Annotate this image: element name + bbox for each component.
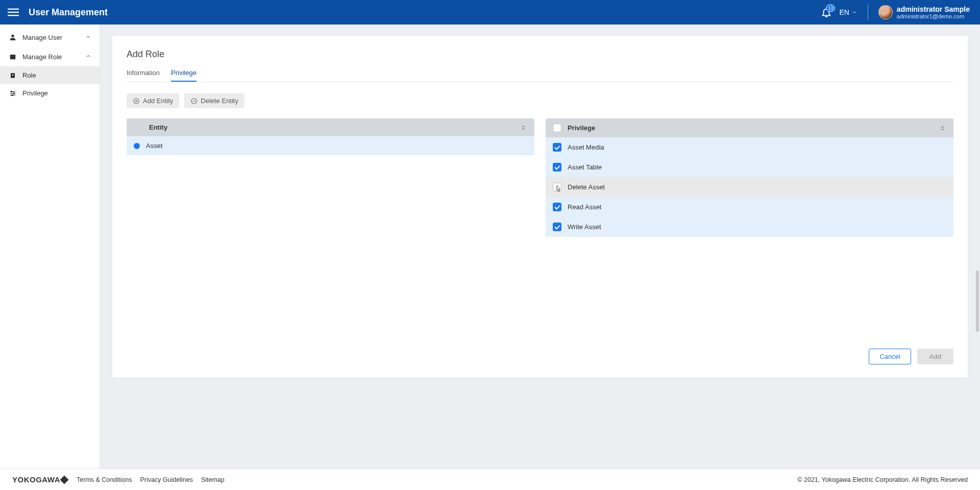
avatar: [878, 5, 893, 19]
privilege-row[interactable]: Write Asset: [546, 217, 953, 237]
scrollbar-thumb[interactable]: [976, 271, 979, 332]
topbar: User Management 13 EN administrator Samp…: [0, 0, 980, 24]
sidebar-item-label: Role: [22, 71, 36, 79]
svg-rect-1: [8, 12, 19, 13]
footer: YOKOGAWA Terms & Conditions Privacy Guid…: [0, 469, 980, 490]
notification-badge: 13: [826, 5, 835, 12]
notifications-button[interactable]: 13: [821, 7, 832, 18]
privilege-label: Write Asset: [568, 223, 601, 231]
user-name: administrator Sample: [897, 5, 970, 13]
privilege-label: Read Asset: [568, 203, 602, 211]
user-email: administrator1@demo.com: [897, 13, 970, 20]
privilege-checkbox[interactable]: [553, 163, 561, 172]
entity-table: Entity Asset: [127, 118, 534, 155]
privilege-label: Asset Media: [568, 143, 604, 151]
column-header-label: Privilege: [568, 124, 595, 132]
chevron-down-icon: [851, 9, 857, 15]
privilege-table-header[interactable]: Privilege: [546, 118, 953, 137]
privilege-checkbox[interactable]: [553, 143, 561, 152]
language-label: EN: [839, 8, 849, 16]
language-selector[interactable]: EN: [839, 8, 857, 16]
sidebar-subitem-privilege[interactable]: Privilege: [0, 84, 100, 102]
svg-rect-2: [8, 15, 19, 16]
page-title: User Management: [29, 7, 108, 18]
privilege-row[interactable]: Delete Asset: [546, 177, 953, 197]
tab-information[interactable]: Information: [127, 69, 160, 82]
privilege-row[interactable]: Asset Media: [546, 137, 953, 157]
sidebar-item-label: Manage User: [22, 34, 62, 41]
privilege-row[interactable]: Asset Table: [546, 157, 953, 177]
add-entity-button[interactable]: Add Entity: [127, 93, 179, 108]
hamburger-menu-icon[interactable]: [6, 5, 20, 19]
select-all-checkbox[interactable]: [553, 124, 561, 132]
sort-icon[interactable]: [939, 125, 946, 132]
sliders-icon: [9, 90, 17, 97]
entity-table-header[interactable]: Entity: [127, 118, 534, 136]
privilege-checkbox[interactable]: [553, 183, 561, 191]
role-icon: [8, 52, 17, 61]
footer-link-privacy[interactable]: Privacy Guidelines: [140, 476, 193, 483]
entity-row[interactable]: Asset: [127, 136, 534, 155]
svg-rect-0: [8, 9, 19, 10]
svg-point-12: [13, 92, 14, 93]
copyright-text: © 2021, Yokogawa Electric Corporation. A…: [797, 476, 968, 483]
sidebar-subitem-role[interactable]: Role: [0, 66, 100, 84]
sidebar-item-label: Privilege: [22, 89, 48, 97]
main-content: Add Role Information Privilege Add Entit…: [100, 24, 980, 469]
svg-point-7: [12, 74, 13, 75]
brand-logo: YOKOGAWA: [12, 475, 67, 484]
privilege-row[interactable]: Read Asset: [546, 197, 953, 217]
privilege-checkbox[interactable]: [553, 203, 561, 211]
footer-link-terms[interactable]: Terms & Conditions: [77, 476, 132, 483]
scrollbar[interactable]: [975, 26, 979, 464]
button-label: Add Entity: [143, 97, 173, 105]
footer-link-sitemap[interactable]: Sitemap: [201, 476, 225, 483]
cancel-button[interactable]: Cancel: [869, 349, 911, 364]
delete-entity-button[interactable]: Delete Entity: [184, 93, 244, 108]
badge-icon: [9, 72, 17, 79]
privilege-table: Privilege Asset Media Asset Table: [546, 118, 953, 237]
user-menu[interactable]: administrator Sample administrator1@demo…: [878, 5, 974, 20]
svg-rect-4: [10, 55, 16, 59]
add-button[interactable]: Add: [917, 349, 953, 364]
divider: [868, 4, 868, 20]
plus-circle-icon: [133, 97, 140, 105]
svg-rect-5: [12, 53, 14, 55]
sort-icon[interactable]: [520, 124, 527, 131]
sidebar-item-manage-role[interactable]: Manage Role: [0, 47, 100, 66]
radio-selected-icon[interactable]: [134, 143, 140, 149]
panel: Add Role Information Privilege Add Entit…: [112, 36, 968, 378]
chevron-down-icon: [85, 34, 91, 41]
panel-title: Add Role: [127, 49, 953, 60]
entity-label: Asset: [146, 142, 163, 150]
sidebar: Manage User Manage Role Role: [0, 24, 100, 469]
tabs: Information Privilege: [127, 69, 953, 82]
column-header-label: Entity: [149, 124, 167, 131]
minus-circle-icon: [190, 97, 198, 105]
privilege-checkbox[interactable]: [553, 223, 561, 231]
button-label: Delete Entity: [201, 97, 238, 105]
svg-point-3: [11, 35, 14, 37]
chevron-up-icon: [85, 53, 91, 61]
tab-privilege[interactable]: Privilege: [171, 69, 197, 82]
privilege-label: Asset Table: [568, 163, 602, 171]
svg-point-11: [11, 91, 12, 92]
sidebar-item-manage-user[interactable]: Manage User: [0, 28, 100, 47]
user-icon: [8, 33, 17, 42]
sidebar-item-label: Manage Role: [22, 53, 62, 61]
svg-point-13: [12, 94, 13, 95]
privilege-label: Delete Asset: [568, 183, 605, 191]
